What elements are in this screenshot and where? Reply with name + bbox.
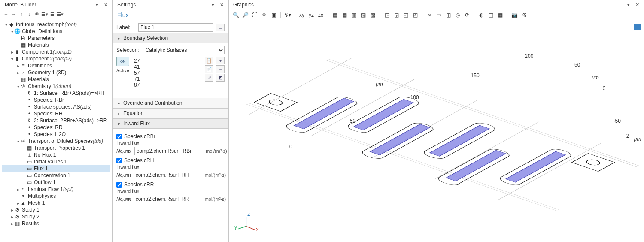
expand-icon[interactable] [22, 180, 26, 185]
close-icon[interactable]: ✕ [103, 2, 109, 8]
tree-node[interactable]: ▾◆tortuous_reactor.mph (root) [2, 21, 110, 28]
expand-icon[interactable]: ▾ [16, 84, 20, 89]
expand-icon[interactable] [22, 173, 26, 178]
flux-expression-input[interactable] [134, 195, 202, 203]
expand-icon[interactable]: ▸ [16, 187, 20, 192]
show-hidden-icon[interactable]: ▭ [434, 11, 443, 19]
expand-icon[interactable] [22, 112, 26, 116]
clip-icon[interactable]: ▦ [496, 11, 504, 19]
expand-icon[interactable]: ▸ [10, 50, 14, 54]
selection-entry[interactable]: 27 [134, 58, 200, 64]
selection-dropdown[interactable]: Catalytic Surfaces [142, 46, 225, 54]
zoom-out-icon[interactable]: 🔎 [241, 11, 249, 19]
tree-node[interactable]: ⟂No Flux 1 [2, 151, 110, 158]
tree-node[interactable]: ▦Materials [2, 76, 110, 83]
tree-node[interactable]: ⚱2: Surface: 2RBr+AS(ads)=>RR [2, 117, 110, 124]
expand-icon[interactable] [16, 77, 20, 82]
species-checkbox[interactable] [116, 182, 122, 188]
tree-node[interactable]: ▤Transport Properties 1 [2, 145, 110, 151]
expand-icon[interactable] [22, 125, 26, 130]
tree-node[interactable]: ▾🌐Global Definitions [2, 28, 110, 35]
expand-icon[interactable] [16, 43, 20, 48]
nav-up-icon[interactable]: ↑ [18, 11, 24, 17]
measure-icon[interactable]: ◫ [486, 11, 495, 19]
selection-entry[interactable]: 41 [134, 64, 200, 70]
expand-icon[interactable]: ▸ [10, 215, 14, 219]
tree-node[interactable]: ▸≡Definitions [2, 62, 110, 69]
tree-node[interactable]: ▭Outflow 1 [2, 179, 110, 186]
expand-icon[interactable] [22, 98, 26, 103]
species-checkbox-row[interactable]: Species cRR [116, 182, 225, 188]
selection-entry[interactable]: 57 [134, 70, 200, 76]
zoom-in-icon[interactable]: 🔍 [231, 11, 240, 19]
expand-icon[interactable]: ▾ [10, 57, 14, 61]
reset-hidden-icon[interactable]: ◫ [444, 11, 453, 19]
tree-node[interactable]: ▸▮Component 1 (comp1) [2, 48, 110, 55]
scene-light-icon[interactable]: ▤ [331, 11, 339, 19]
transparency-icon[interactable]: ▦ [340, 11, 349, 19]
expand-icon[interactable] [22, 118, 26, 123]
add-selection-icon[interactable]: ＋ [216, 57, 225, 64]
tree-node[interactable]: ▸⚙Study 1 [2, 206, 110, 213]
nav-back-icon[interactable]: ← [3, 11, 9, 17]
selection-active-toggle[interactable]: ON [116, 57, 129, 66]
tree-node[interactable]: ▸≈Laminar Flow 1 (spf) [2, 186, 110, 193]
toggle-select-icon[interactable]: ◐ [477, 11, 486, 19]
print-icon[interactable]: 🖨 [519, 11, 528, 19]
species-checkbox-row[interactable]: Species cRBr [116, 133, 225, 139]
selection-entry[interactable]: 71 [134, 76, 200, 82]
expand-icon[interactable] [22, 160, 26, 164]
collapse-tree-icon[interactable]: ☰ [49, 11, 55, 17]
expand-icon[interactable]: ▾ [16, 139, 20, 144]
expand-icon[interactable] [16, 36, 20, 41]
tree-node[interactable]: ▭Concentration 1 [2, 172, 110, 179]
tree-node[interactable]: PiParameters [2, 35, 110, 42]
close-icon[interactable]: ✕ [634, 2, 640, 8]
expand-icon[interactable] [22, 153, 26, 157]
select-edges-icon[interactable]: ◰ [411, 11, 419, 19]
select-domains-icon[interactable]: ◲ [392, 11, 401, 19]
go-default-view-icon[interactable]: ↯▾ [283, 11, 292, 19]
zoom-selection-icon[interactable]: ⤢ [205, 74, 213, 82]
expand-icon[interactable] [22, 146, 26, 151]
close-icon[interactable]: ✕ [219, 2, 225, 8]
zoom-extents-icon[interactable]: ✥ [260, 11, 268, 19]
tree-options-icon[interactable]: ☰▾ [57, 11, 63, 17]
tree-node[interactable]: ▦Materials [2, 42, 110, 48]
grid-icon[interactable]: ▨ [368, 11, 377, 19]
expand-icon[interactable]: ▾ [4, 22, 8, 27]
tree-node[interactable]: ▸▲Mesh 1 [2, 200, 110, 206]
tree-node[interactable]: ▭Flux 1 [2, 165, 110, 172]
tree-node[interactable]: ▾⚗Chemistry 1 (chem) [2, 83, 110, 90]
expand-icon[interactable] [22, 105, 26, 109]
expand-icon[interactable]: ▾ [10, 29, 14, 34]
chevron-down-icon[interactable]: ▾ [626, 2, 632, 8]
graphics-canvas[interactable]: 0 50 100 150 200 μm 50 0 -50 μm 2 μm x y [229, 21, 644, 242]
expand-icon[interactable]: ▸ [16, 201, 20, 206]
show-icon[interactable]: 👁 [34, 11, 40, 17]
expand-icon[interactable] [22, 132, 26, 137]
tree-node[interactable]: •Species: RBr [2, 97, 110, 103]
species-checkbox-row[interactable]: Species cRH [116, 157, 225, 163]
label-input[interactable] [138, 23, 213, 32]
view-xy-icon[interactable]: xy [298, 11, 306, 19]
tree-node[interactable]: •Species: H2O [2, 131, 110, 138]
boundary-selection-header[interactable]: ▾ Boundary Selection [113, 33, 228, 43]
inward-flux-header[interactable]: ▾ Inward Flux [113, 119, 228, 129]
expand-tree-icon[interactable]: ☰▾ [42, 11, 48, 17]
flux-expression-input[interactable] [134, 171, 202, 179]
view-yz-icon[interactable]: yz [307, 11, 316, 19]
tree-node[interactable]: ▾≋Transport of Diluted Species (tds) [2, 138, 110, 145]
expand-icon[interactable]: ▸ [10, 221, 14, 226]
snapshot-icon[interactable]: 📷 [510, 11, 519, 19]
paste-selection-icon[interactable]: 📋 [205, 57, 213, 64]
hide-icon[interactable]: ∞ [425, 11, 434, 19]
section-header[interactable]: ▸Equation [113, 109, 228, 118]
tree-node[interactable]: •Surface species: AS(ads) [2, 103, 110, 110]
expand-icon[interactable]: ▸ [10, 208, 14, 212]
expand-icon[interactable] [16, 194, 20, 199]
species-checkbox[interactable] [116, 158, 122, 163]
remove-selection-icon[interactable]: － [216, 65, 225, 73]
chevron-down-icon[interactable]: ▾ [210, 2, 216, 8]
create-selection-icon[interactable]: ▭ [216, 24, 225, 31]
